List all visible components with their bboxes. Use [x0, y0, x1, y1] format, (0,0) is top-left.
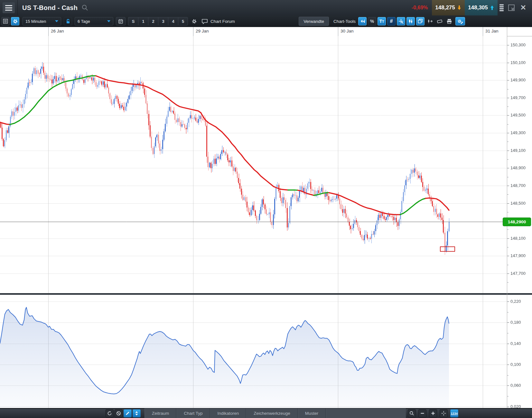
- tick-mark: [507, 354, 509, 354]
- price-ladder-icon[interactable]: [499, 4, 504, 11]
- chevron-down-icon: [107, 20, 110, 22]
- bottom-toolbar: Zeitraum Chart Typ Indikatoren Zeichenwe…: [0, 408, 532, 418]
- refresh-icon[interactable]: [106, 409, 114, 417]
- compare-icon[interactable]: [426, 17, 434, 25]
- tick-mark: [507, 151, 509, 151]
- lock-icon[interactable]: [64, 17, 72, 25]
- grid-icon[interactable]: #: [387, 17, 396, 25]
- tick-mark: [507, 365, 509, 365]
- calendar-icon[interactable]: [116, 17, 126, 25]
- price-axis-label: 148,100: [510, 236, 526, 241]
- candlestick-icon[interactable]: [406, 17, 415, 25]
- tick-mark: [507, 385, 509, 386]
- tick-mark: [507, 98, 509, 98]
- tick-mark: [507, 80, 509, 80]
- tick-mark: [507, 115, 509, 116]
- buy-price: 148,305: [468, 5, 488, 11]
- up-down-arrows-icon[interactable]: [133, 409, 141, 417]
- zeitraum-button[interactable]: Zeitraum: [145, 408, 176, 418]
- tick-mark: [507, 124, 509, 125]
- tick-mark: [507, 107, 509, 107]
- tick-mark: [507, 212, 509, 212]
- zoom-search-icon[interactable]: [408, 409, 416, 417]
- chart-typ-button[interactable]: Chart Typ: [176, 408, 210, 418]
- speech-bubble-icon: [201, 19, 208, 24]
- chart-forum-label: Chart Forum: [210, 19, 235, 24]
- interval-value: 15 Minuten: [25, 19, 46, 24]
- search-icon[interactable]: [81, 4, 89, 11]
- arrow-up-icon: [490, 5, 494, 10]
- tick-mark: [507, 54, 509, 54]
- tick-mark: [507, 375, 509, 376]
- price-axis[interactable]: 148,2900 150,300150,100149,900149,700149…: [507, 27, 532, 408]
- speed-button-s[interactable]: S: [128, 17, 138, 25]
- verwandte-button[interactable]: Verwandte: [299, 17, 329, 26]
- speed-button-4[interactable]: 4: [168, 17, 178, 25]
- tick-mark: [507, 265, 509, 265]
- disable-icon[interactable]: [115, 409, 123, 417]
- news-list-icon[interactable]: [1, 17, 10, 25]
- indicator-axis-label: 0,180: [510, 320, 521, 325]
- zoom-out-icon[interactable]: [418, 409, 426, 417]
- price-axis-label: 147,700: [510, 271, 526, 276]
- percent-icon[interactable]: %: [368, 17, 376, 25]
- popout-button[interactable]: [508, 4, 515, 12]
- numbers-display-icon[interactable]: 1234: [450, 409, 458, 417]
- muster-button[interactable]: Muster: [298, 408, 326, 418]
- tick-mark: [507, 247, 509, 247]
- undo-icon[interactable]: [358, 17, 367, 25]
- chart-forum-button[interactable]: Chart Forum: [201, 19, 235, 24]
- speed-button-5[interactable]: 5: [178, 17, 188, 25]
- tick-mark: [507, 133, 509, 133]
- indicator-axis-label: 0,100: [510, 362, 521, 367]
- tick-mark: [507, 302, 509, 302]
- price-axis-label: 148,500: [510, 201, 526, 206]
- change-percent: -0,69%: [412, 5, 428, 11]
- indikatoren-button[interactable]: Indikatoren: [210, 408, 247, 418]
- price-axis-label: 149,300: [510, 130, 526, 135]
- menu-icon[interactable]: [3, 2, 15, 13]
- tick-mark: [507, 203, 509, 204]
- tick-mark: [507, 63, 509, 63]
- crosshair-draw-icon[interactable]: [397, 17, 405, 25]
- title-bar: US T-Bond - Cash -0,69% 148,275 148,305 …: [0, 0, 532, 16]
- current-price-label: 148,2900: [503, 218, 531, 226]
- date-label: 31 Jan: [485, 29, 499, 33]
- tick-mark: [507, 229, 509, 230]
- sell-price-button[interactable]: 148,275: [432, 0, 465, 15]
- price-axis-label: 149,700: [510, 95, 526, 100]
- price-axis-label: 149,100: [510, 148, 526, 153]
- crosshair-icon[interactable]: [440, 409, 448, 417]
- speed-button-3[interactable]: 3: [158, 17, 168, 25]
- range-dropdown[interactable]: 6 Tage: [75, 17, 113, 25]
- chart-settings-icon[interactable]: [455, 17, 465, 25]
- indicator-chart-canvas[interactable]: [0, 295, 507, 408]
- speed-button-2[interactable]: 2: [148, 17, 158, 25]
- eraser-icon[interactable]: [435, 17, 444, 25]
- pencil-icon[interactable]: [124, 409, 132, 417]
- gear-icon[interactable]: [190, 17, 198, 25]
- chart-tools-label: Chart-Tools: [333, 19, 356, 24]
- zeichenwerkzeuge-button[interactable]: Zeichenwerkzeuge: [246, 408, 297, 418]
- close-icon[interactable]: ✕: [520, 4, 526, 12]
- windows-layout-icon[interactable]: [416, 17, 425, 25]
- tick-mark: [507, 71, 509, 72]
- tick-mark: [507, 344, 509, 344]
- chevron-down-icon: [55, 20, 58, 22]
- main-chart-canvas[interactable]: [0, 36, 507, 293]
- text-tool-icon[interactable]: TT: [378, 17, 386, 25]
- settings-gear-icon[interactable]: [11, 17, 19, 25]
- zoom-in-icon[interactable]: [429, 409, 437, 417]
- tick-mark: [507, 396, 509, 396]
- interval-dropdown[interactable]: 15 Minuten: [23, 17, 61, 25]
- price-axis-label: 149,500: [510, 113, 526, 117]
- print-icon[interactable]: [445, 17, 453, 25]
- arrow-down-icon: [457, 5, 461, 10]
- date-label: 30 Jan: [341, 29, 354, 33]
- tick-mark: [507, 177, 509, 177]
- date-label: 26 Jan: [51, 29, 64, 33]
- speed-button-1[interactable]: 1: [138, 17, 148, 25]
- tick-mark: [507, 256, 509, 256]
- buy-price-button[interactable]: 148,305: [465, 0, 498, 15]
- price-axis-label: 147,900: [510, 253, 526, 258]
